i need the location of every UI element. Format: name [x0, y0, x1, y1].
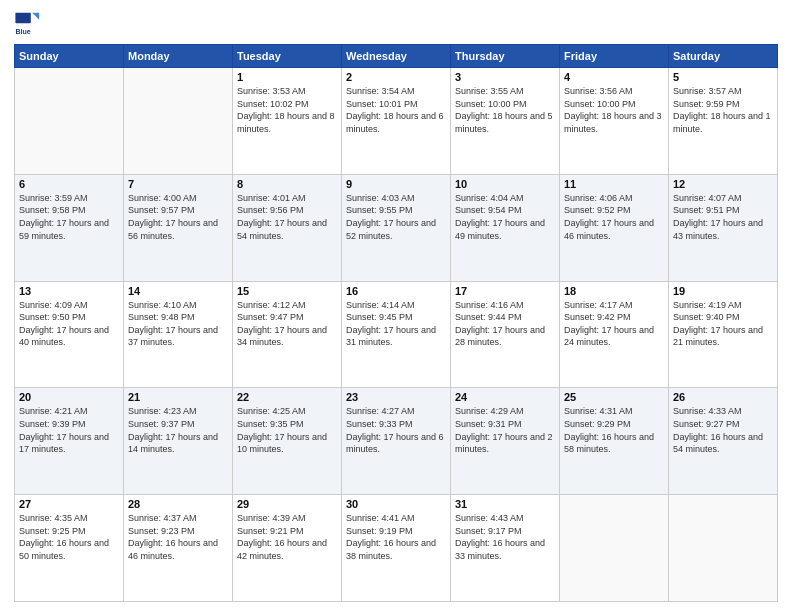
- calendar-cell: 16Sunrise: 4:14 AM Sunset: 9:45 PM Dayli…: [342, 281, 451, 388]
- day-number: 10: [455, 178, 555, 190]
- day-number: 4: [564, 71, 664, 83]
- day-number: 2: [346, 71, 446, 83]
- calendar-cell: 20Sunrise: 4:21 AM Sunset: 9:39 PM Dayli…: [15, 388, 124, 495]
- day-info: Sunrise: 4:14 AM Sunset: 9:45 PM Dayligh…: [346, 299, 446, 349]
- day-info: Sunrise: 4:27 AM Sunset: 9:33 PM Dayligh…: [346, 405, 446, 455]
- week-row-1: 1Sunrise: 3:53 AM Sunset: 10:02 PM Dayli…: [15, 68, 778, 175]
- calendar-cell: 18Sunrise: 4:17 AM Sunset: 9:42 PM Dayli…: [560, 281, 669, 388]
- calendar-cell: 6Sunrise: 3:59 AM Sunset: 9:58 PM Daylig…: [15, 174, 124, 281]
- day-number: 23: [346, 391, 446, 403]
- col-header-saturday: Saturday: [669, 45, 778, 68]
- day-number: 7: [128, 178, 228, 190]
- day-number: 1: [237, 71, 337, 83]
- calendar-cell: 1Sunrise: 3:53 AM Sunset: 10:02 PM Dayli…: [233, 68, 342, 175]
- day-number: 18: [564, 285, 664, 297]
- day-info: Sunrise: 4:39 AM Sunset: 9:21 PM Dayligh…: [237, 512, 337, 562]
- day-info: Sunrise: 4:12 AM Sunset: 9:47 PM Dayligh…: [237, 299, 337, 349]
- day-info: Sunrise: 4:17 AM Sunset: 9:42 PM Dayligh…: [564, 299, 664, 349]
- day-info: Sunrise: 4:37 AM Sunset: 9:23 PM Dayligh…: [128, 512, 228, 562]
- calendar-cell: 24Sunrise: 4:29 AM Sunset: 9:31 PM Dayli…: [451, 388, 560, 495]
- week-row-5: 27Sunrise: 4:35 AM Sunset: 9:25 PM Dayli…: [15, 495, 778, 602]
- calendar-cell: 31Sunrise: 4:43 AM Sunset: 9:17 PM Dayli…: [451, 495, 560, 602]
- day-info: Sunrise: 4:41 AM Sunset: 9:19 PM Dayligh…: [346, 512, 446, 562]
- calendar-cell: [15, 68, 124, 175]
- day-info: Sunrise: 4:29 AM Sunset: 9:31 PM Dayligh…: [455, 405, 555, 455]
- day-number: 25: [564, 391, 664, 403]
- day-info: Sunrise: 3:53 AM Sunset: 10:02 PM Daylig…: [237, 85, 337, 135]
- day-number: 16: [346, 285, 446, 297]
- page: Blue SundayMondayTuesdayWednesdayThursda…: [0, 0, 792, 612]
- svg-text:Blue: Blue: [15, 28, 30, 35]
- svg-rect-0: [15, 13, 30, 23]
- day-number: 3: [455, 71, 555, 83]
- col-header-sunday: Sunday: [15, 45, 124, 68]
- calendar-cell: 13Sunrise: 4:09 AM Sunset: 9:50 PM Dayli…: [15, 281, 124, 388]
- calendar-table: SundayMondayTuesdayWednesdayThursdayFrid…: [14, 44, 778, 602]
- day-info: Sunrise: 4:01 AM Sunset: 9:56 PM Dayligh…: [237, 192, 337, 242]
- col-header-friday: Friday: [560, 45, 669, 68]
- day-number: 13: [19, 285, 119, 297]
- day-number: 8: [237, 178, 337, 190]
- calendar-cell: 22Sunrise: 4:25 AM Sunset: 9:35 PM Dayli…: [233, 388, 342, 495]
- day-number: 12: [673, 178, 773, 190]
- calendar-cell: 7Sunrise: 4:00 AM Sunset: 9:57 PM Daylig…: [124, 174, 233, 281]
- day-info: Sunrise: 4:31 AM Sunset: 9:29 PM Dayligh…: [564, 405, 664, 455]
- calendar-cell: [560, 495, 669, 602]
- day-number: 22: [237, 391, 337, 403]
- day-number: 14: [128, 285, 228, 297]
- day-number: 20: [19, 391, 119, 403]
- calendar-cell: 14Sunrise: 4:10 AM Sunset: 9:48 PM Dayli…: [124, 281, 233, 388]
- day-number: 5: [673, 71, 773, 83]
- calendar-cell: [669, 495, 778, 602]
- calendar-cell: 19Sunrise: 4:19 AM Sunset: 9:40 PM Dayli…: [669, 281, 778, 388]
- day-info: Sunrise: 4:33 AM Sunset: 9:27 PM Dayligh…: [673, 405, 773, 455]
- calendar-cell: 17Sunrise: 4:16 AM Sunset: 9:44 PM Dayli…: [451, 281, 560, 388]
- calendar-cell: 12Sunrise: 4:07 AM Sunset: 9:51 PM Dayli…: [669, 174, 778, 281]
- day-info: Sunrise: 4:06 AM Sunset: 9:52 PM Dayligh…: [564, 192, 664, 242]
- day-number: 30: [346, 498, 446, 510]
- logo-icon: Blue: [14, 10, 42, 38]
- day-info: Sunrise: 4:04 AM Sunset: 9:54 PM Dayligh…: [455, 192, 555, 242]
- calendar-cell: 5Sunrise: 3:57 AM Sunset: 9:59 PM Daylig…: [669, 68, 778, 175]
- day-number: 24: [455, 391, 555, 403]
- day-info: Sunrise: 3:57 AM Sunset: 9:59 PM Dayligh…: [673, 85, 773, 135]
- day-number: 21: [128, 391, 228, 403]
- day-info: Sunrise: 3:59 AM Sunset: 9:58 PM Dayligh…: [19, 192, 119, 242]
- calendar-cell: 30Sunrise: 4:41 AM Sunset: 9:19 PM Dayli…: [342, 495, 451, 602]
- week-row-3: 13Sunrise: 4:09 AM Sunset: 9:50 PM Dayli…: [15, 281, 778, 388]
- header: Blue: [14, 10, 778, 38]
- col-header-tuesday: Tuesday: [233, 45, 342, 68]
- calendar-cell: 27Sunrise: 4:35 AM Sunset: 9:25 PM Dayli…: [15, 495, 124, 602]
- calendar-cell: 10Sunrise: 4:04 AM Sunset: 9:54 PM Dayli…: [451, 174, 560, 281]
- day-info: Sunrise: 4:23 AM Sunset: 9:37 PM Dayligh…: [128, 405, 228, 455]
- day-number: 15: [237, 285, 337, 297]
- day-number: 19: [673, 285, 773, 297]
- calendar-cell: [124, 68, 233, 175]
- logo: Blue: [14, 10, 46, 38]
- col-header-thursday: Thursday: [451, 45, 560, 68]
- day-info: Sunrise: 3:56 AM Sunset: 10:00 PM Daylig…: [564, 85, 664, 135]
- calendar-cell: 29Sunrise: 4:39 AM Sunset: 9:21 PM Dayli…: [233, 495, 342, 602]
- day-info: Sunrise: 4:43 AM Sunset: 9:17 PM Dayligh…: [455, 512, 555, 562]
- day-number: 26: [673, 391, 773, 403]
- day-info: Sunrise: 3:55 AM Sunset: 10:00 PM Daylig…: [455, 85, 555, 135]
- day-number: 31: [455, 498, 555, 510]
- calendar-cell: 9Sunrise: 4:03 AM Sunset: 9:55 PM Daylig…: [342, 174, 451, 281]
- week-row-4: 20Sunrise: 4:21 AM Sunset: 9:39 PM Dayli…: [15, 388, 778, 495]
- header-row: SundayMondayTuesdayWednesdayThursdayFrid…: [15, 45, 778, 68]
- calendar-cell: 15Sunrise: 4:12 AM Sunset: 9:47 PM Dayli…: [233, 281, 342, 388]
- day-number: 29: [237, 498, 337, 510]
- calendar-cell: 4Sunrise: 3:56 AM Sunset: 10:00 PM Dayli…: [560, 68, 669, 175]
- col-header-monday: Monday: [124, 45, 233, 68]
- day-info: Sunrise: 4:21 AM Sunset: 9:39 PM Dayligh…: [19, 405, 119, 455]
- day-info: Sunrise: 4:00 AM Sunset: 9:57 PM Dayligh…: [128, 192, 228, 242]
- calendar-cell: 2Sunrise: 3:54 AM Sunset: 10:01 PM Dayli…: [342, 68, 451, 175]
- calendar-cell: 26Sunrise: 4:33 AM Sunset: 9:27 PM Dayli…: [669, 388, 778, 495]
- calendar-cell: 3Sunrise: 3:55 AM Sunset: 10:00 PM Dayli…: [451, 68, 560, 175]
- day-number: 11: [564, 178, 664, 190]
- day-number: 27: [19, 498, 119, 510]
- svg-marker-1: [32, 13, 39, 20]
- day-number: 17: [455, 285, 555, 297]
- calendar-cell: 11Sunrise: 4:06 AM Sunset: 9:52 PM Dayli…: [560, 174, 669, 281]
- day-number: 28: [128, 498, 228, 510]
